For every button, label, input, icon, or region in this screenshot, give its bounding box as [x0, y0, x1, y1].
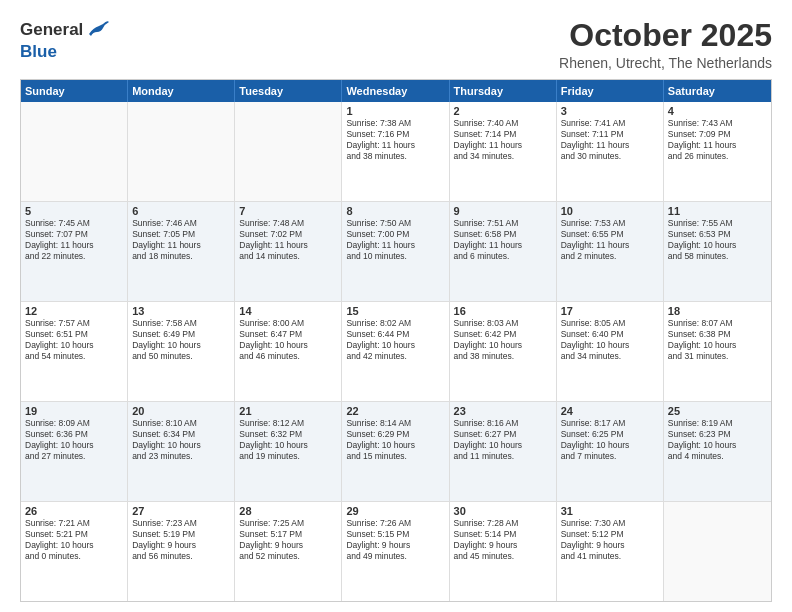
day-number: 27 — [132, 505, 230, 517]
weekday-header-thursday: Thursday — [450, 80, 557, 102]
day-info: Sunrise: 7:57 AM Sunset: 6:51 PM Dayligh… — [25, 318, 123, 362]
day-number: 3 — [561, 105, 659, 117]
calendar-header: SundayMondayTuesdayWednesdayThursdayFrid… — [21, 80, 771, 102]
weekday-header-tuesday: Tuesday — [235, 80, 342, 102]
weekday-header-monday: Monday — [128, 80, 235, 102]
day-number: 26 — [25, 505, 123, 517]
day-cell-10: 10Sunrise: 7:53 AM Sunset: 6:55 PM Dayli… — [557, 202, 664, 301]
day-info: Sunrise: 7:51 AM Sunset: 6:58 PM Dayligh… — [454, 218, 552, 262]
day-number: 7 — [239, 205, 337, 217]
day-number: 5 — [25, 205, 123, 217]
day-info: Sunrise: 8:12 AM Sunset: 6:32 PM Dayligh… — [239, 418, 337, 462]
day-cell-16: 16Sunrise: 8:03 AM Sunset: 6:42 PM Dayli… — [450, 302, 557, 401]
calendar: SundayMondayTuesdayWednesdayThursdayFrid… — [20, 79, 772, 602]
day-cell-13: 13Sunrise: 7:58 AM Sunset: 6:49 PM Dayli… — [128, 302, 235, 401]
weekday-header-friday: Friday — [557, 80, 664, 102]
day-cell-21: 21Sunrise: 8:12 AM Sunset: 6:32 PM Dayli… — [235, 402, 342, 501]
day-cell-19: 19Sunrise: 8:09 AM Sunset: 6:36 PM Dayli… — [21, 402, 128, 501]
day-info: Sunrise: 7:23 AM Sunset: 5:19 PM Dayligh… — [132, 518, 230, 562]
day-info: Sunrise: 7:41 AM Sunset: 7:11 PM Dayligh… — [561, 118, 659, 162]
day-cell-31: 31Sunrise: 7:30 AM Sunset: 5:12 PM Dayli… — [557, 502, 664, 601]
day-cell-23: 23Sunrise: 8:16 AM Sunset: 6:27 PM Dayli… — [450, 402, 557, 501]
day-number: 28 — [239, 505, 337, 517]
calendar-row-1: 5Sunrise: 7:45 AM Sunset: 7:07 PM Daylig… — [21, 202, 771, 302]
day-info: Sunrise: 7:38 AM Sunset: 7:16 PM Dayligh… — [346, 118, 444, 162]
day-number: 29 — [346, 505, 444, 517]
day-number: 2 — [454, 105, 552, 117]
calendar-row-2: 12Sunrise: 7:57 AM Sunset: 6:51 PM Dayli… — [21, 302, 771, 402]
month-title: October 2025 — [559, 18, 772, 53]
day-info: Sunrise: 7:26 AM Sunset: 5:15 PM Dayligh… — [346, 518, 444, 562]
day-number: 19 — [25, 405, 123, 417]
day-info: Sunrise: 8:07 AM Sunset: 6:38 PM Dayligh… — [668, 318, 767, 362]
empty-cell-0-2 — [235, 102, 342, 201]
weekday-header-saturday: Saturday — [664, 80, 771, 102]
day-number: 20 — [132, 405, 230, 417]
day-cell-7: 7Sunrise: 7:48 AM Sunset: 7:02 PM Daylig… — [235, 202, 342, 301]
day-number: 18 — [668, 305, 767, 317]
day-info: Sunrise: 8:05 AM Sunset: 6:40 PM Dayligh… — [561, 318, 659, 362]
day-cell-20: 20Sunrise: 8:10 AM Sunset: 6:34 PM Dayli… — [128, 402, 235, 501]
day-info: Sunrise: 8:14 AM Sunset: 6:29 PM Dayligh… — [346, 418, 444, 462]
day-cell-22: 22Sunrise: 8:14 AM Sunset: 6:29 PM Dayli… — [342, 402, 449, 501]
day-cell-11: 11Sunrise: 7:55 AM Sunset: 6:53 PM Dayli… — [664, 202, 771, 301]
day-cell-29: 29Sunrise: 7:26 AM Sunset: 5:15 PM Dayli… — [342, 502, 449, 601]
day-number: 6 — [132, 205, 230, 217]
page: General Blue October 2025 Rhenen, Utrech… — [0, 0, 792, 612]
day-info: Sunrise: 7:21 AM Sunset: 5:21 PM Dayligh… — [25, 518, 123, 562]
day-cell-17: 17Sunrise: 8:05 AM Sunset: 6:40 PM Dayli… — [557, 302, 664, 401]
logo-blue: Blue — [20, 42, 109, 62]
calendar-row-4: 26Sunrise: 7:21 AM Sunset: 5:21 PM Dayli… — [21, 502, 771, 601]
logo-general: General — [20, 20, 83, 40]
day-number: 16 — [454, 305, 552, 317]
day-info: Sunrise: 8:02 AM Sunset: 6:44 PM Dayligh… — [346, 318, 444, 362]
day-cell-27: 27Sunrise: 7:23 AM Sunset: 5:19 PM Dayli… — [128, 502, 235, 601]
calendar-body: 1Sunrise: 7:38 AM Sunset: 7:16 PM Daylig… — [21, 102, 771, 601]
day-number: 10 — [561, 205, 659, 217]
day-cell-18: 18Sunrise: 8:07 AM Sunset: 6:38 PM Dayli… — [664, 302, 771, 401]
empty-cell-0-1 — [128, 102, 235, 201]
day-number: 13 — [132, 305, 230, 317]
day-info: Sunrise: 8:19 AM Sunset: 6:23 PM Dayligh… — [668, 418, 767, 462]
day-cell-5: 5Sunrise: 7:45 AM Sunset: 7:07 PM Daylig… — [21, 202, 128, 301]
logo: General Blue — [20, 18, 109, 62]
day-info: Sunrise: 7:25 AM Sunset: 5:17 PM Dayligh… — [239, 518, 337, 562]
day-cell-6: 6Sunrise: 7:46 AM Sunset: 7:05 PM Daylig… — [128, 202, 235, 301]
day-number: 21 — [239, 405, 337, 417]
day-info: Sunrise: 7:46 AM Sunset: 7:05 PM Dayligh… — [132, 218, 230, 262]
day-info: Sunrise: 7:50 AM Sunset: 7:00 PM Dayligh… — [346, 218, 444, 262]
day-number: 4 — [668, 105, 767, 117]
day-number: 23 — [454, 405, 552, 417]
day-number: 14 — [239, 305, 337, 317]
day-info: Sunrise: 7:45 AM Sunset: 7:07 PM Dayligh… — [25, 218, 123, 262]
day-number: 17 — [561, 305, 659, 317]
day-number: 31 — [561, 505, 659, 517]
weekday-header-wednesday: Wednesday — [342, 80, 449, 102]
day-info: Sunrise: 8:17 AM Sunset: 6:25 PM Dayligh… — [561, 418, 659, 462]
day-number: 24 — [561, 405, 659, 417]
title-block: October 2025 Rhenen, Utrecht, The Nether… — [559, 18, 772, 71]
day-info: Sunrise: 8:16 AM Sunset: 6:27 PM Dayligh… — [454, 418, 552, 462]
day-number: 11 — [668, 205, 767, 217]
day-cell-2: 2Sunrise: 7:40 AM Sunset: 7:14 PM Daylig… — [450, 102, 557, 201]
day-info: Sunrise: 7:40 AM Sunset: 7:14 PM Dayligh… — [454, 118, 552, 162]
day-cell-4: 4Sunrise: 7:43 AM Sunset: 7:09 PM Daylig… — [664, 102, 771, 201]
calendar-row-0: 1Sunrise: 7:38 AM Sunset: 7:16 PM Daylig… — [21, 102, 771, 202]
day-info: Sunrise: 7:58 AM Sunset: 6:49 PM Dayligh… — [132, 318, 230, 362]
day-cell-25: 25Sunrise: 8:19 AM Sunset: 6:23 PM Dayli… — [664, 402, 771, 501]
day-cell-30: 30Sunrise: 7:28 AM Sunset: 5:14 PM Dayli… — [450, 502, 557, 601]
day-cell-1: 1Sunrise: 7:38 AM Sunset: 7:16 PM Daylig… — [342, 102, 449, 201]
empty-cell-4-6 — [664, 502, 771, 601]
day-cell-3: 3Sunrise: 7:41 AM Sunset: 7:11 PM Daylig… — [557, 102, 664, 201]
day-number: 8 — [346, 205, 444, 217]
day-info: Sunrise: 7:48 AM Sunset: 7:02 PM Dayligh… — [239, 218, 337, 262]
location: Rhenen, Utrecht, The Netherlands — [559, 55, 772, 71]
day-cell-14: 14Sunrise: 8:00 AM Sunset: 6:47 PM Dayli… — [235, 302, 342, 401]
day-info: Sunrise: 8:09 AM Sunset: 6:36 PM Dayligh… — [25, 418, 123, 462]
day-info: Sunrise: 7:55 AM Sunset: 6:53 PM Dayligh… — [668, 218, 767, 262]
calendar-row-3: 19Sunrise: 8:09 AM Sunset: 6:36 PM Dayli… — [21, 402, 771, 502]
header: General Blue October 2025 Rhenen, Utrech… — [20, 18, 772, 71]
day-info: Sunrise: 7:28 AM Sunset: 5:14 PM Dayligh… — [454, 518, 552, 562]
day-info: Sunrise: 8:03 AM Sunset: 6:42 PM Dayligh… — [454, 318, 552, 362]
day-number: 25 — [668, 405, 767, 417]
